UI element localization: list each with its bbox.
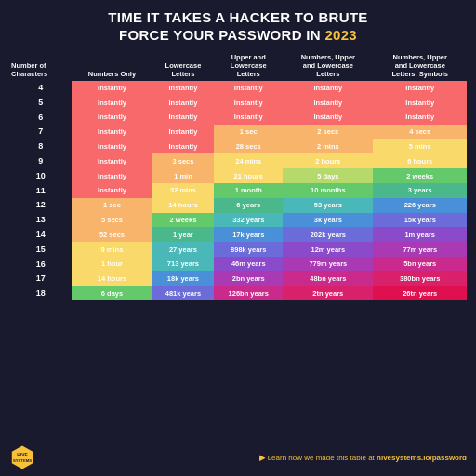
column-header-5: Numbers, Upperand LowercaseLetters, Symb… — [373, 50, 467, 81]
char-count-cell: 13 — [9, 213, 72, 228]
table-row: 11Instantly32 mins1 month10 months3 year… — [9, 183, 467, 198]
data-cell: 202k years — [283, 227, 373, 242]
data-cell: 5 days — [283, 168, 373, 183]
data-cell: 48bn years — [283, 271, 373, 286]
data-cell: 46m years — [214, 257, 283, 271]
data-cell: 898k years — [214, 242, 283, 257]
data-cell: 52 secs — [72, 227, 152, 242]
data-cell: 14 hours — [72, 271, 152, 286]
data-cell: Instantly — [214, 110, 283, 125]
footer-link: ▶ Learn how we made this table at hivesy… — [43, 454, 467, 462]
data-cell: Instantly — [152, 125, 215, 139]
data-cell: Instantly — [283, 81, 373, 96]
column-header-0: Number ofCharacters — [9, 50, 72, 81]
data-cell: Instantly — [152, 139, 215, 154]
data-cell: 2 weeks — [373, 168, 467, 183]
table-row: 186 days481k years126bn years2tn years26… — [9, 286, 467, 301]
data-cell: 14 hours — [152, 198, 215, 213]
footer: HIVE SYSTEMS ▶ Learn how we made this ta… — [9, 444, 467, 470]
data-cell: 2tn years — [283, 286, 373, 301]
svg-text:HIVE: HIVE — [17, 453, 28, 457]
data-cell: 5 secs — [72, 213, 152, 228]
char-count-cell: 15 — [9, 242, 72, 257]
data-cell: 1 sec — [72, 198, 152, 213]
data-cell: 3 secs — [152, 153, 215, 168]
data-cell: 2bn years — [214, 271, 283, 286]
data-cell: 3k years — [283, 213, 373, 228]
data-cell: 226 years — [373, 198, 467, 213]
data-cell: 1 sec — [214, 125, 283, 139]
data-cell: 4 secs — [373, 125, 467, 139]
data-cell: Instantly — [152, 95, 215, 110]
table-row: 10Instantly1 min21 hours5 days2 weeks — [9, 168, 467, 183]
data-cell: Instantly — [72, 95, 152, 110]
data-cell: 779m years — [283, 257, 373, 271]
char-count-cell: 16 — [9, 257, 72, 271]
data-cell: 1 min — [152, 168, 215, 183]
data-cell: 2 hours — [283, 153, 373, 168]
data-cell: Instantly — [72, 81, 152, 96]
data-cell: 21 hours — [214, 168, 283, 183]
data-cell: 5bn years — [373, 257, 467, 271]
hive-logo-icon: HIVE SYSTEMS — [9, 444, 35, 470]
data-cell: 77m years — [373, 242, 467, 257]
data-cell: Instantly — [214, 95, 283, 110]
data-cell: 5 mins — [373, 139, 467, 154]
data-cell: 27 years — [152, 242, 215, 257]
table-row: 4InstantlyInstantlyInstantlyInstantlyIns… — [9, 81, 467, 96]
data-cell: 24 mins — [214, 153, 283, 168]
char-count-cell: 12 — [9, 198, 72, 213]
data-cell: Instantly — [152, 81, 215, 96]
data-cell: 2 mins — [283, 139, 373, 154]
data-cell: 18k years — [152, 271, 215, 286]
data-cell: 28 secs — [214, 139, 283, 154]
data-cell: Instantly — [373, 110, 467, 125]
table-row: 1714 hours18k years2bn years48bn years38… — [9, 271, 467, 286]
column-header-3: Upper andLowercaseLetters — [214, 50, 283, 81]
logo: HIVE SYSTEMS — [9, 444, 35, 470]
data-cell: 2 weeks — [152, 213, 215, 228]
data-cell: 126bn years — [214, 286, 283, 301]
char-count-cell: 17 — [9, 271, 72, 286]
data-cell: 10 months — [283, 183, 373, 198]
column-header-4: Numbers, Upperand LowercaseLetters — [283, 50, 373, 81]
table-row: 121 sec14 hours6 years53 years226 years — [9, 198, 467, 213]
table-row: 9Instantly3 secs24 mins2 hours6 hours — [9, 153, 467, 168]
data-cell: 1 year — [152, 227, 215, 242]
data-cell: Instantly — [152, 110, 215, 125]
data-cell: Instantly — [72, 168, 152, 183]
data-cell: 1 month — [214, 183, 283, 198]
char-count-cell: 9 — [9, 153, 72, 168]
svg-marker-0 — [12, 445, 33, 469]
data-cell: 380bn years — [373, 271, 467, 286]
data-cell: 17k years — [214, 227, 283, 242]
data-cell: Instantly — [214, 81, 283, 96]
data-cell: 26tn years — [373, 286, 467, 301]
data-cell: Instantly — [72, 139, 152, 154]
data-cell: 6 years — [214, 198, 283, 213]
main-container: TIME IT TAKES A HACKER TO BRUTE FORCE YO… — [0, 0, 476, 476]
data-cell: Instantly — [72, 183, 152, 198]
data-cell: Instantly — [72, 153, 152, 168]
char-count-cell: 18 — [9, 286, 72, 301]
data-cell: 481k years — [152, 286, 215, 301]
data-cell: 3 years — [373, 183, 467, 198]
data-cell: 6 days — [72, 286, 152, 301]
char-count-cell: 6 — [9, 110, 72, 125]
table-row: 5InstantlyInstantlyInstantlyInstantlyIns… — [9, 95, 467, 110]
table-row: 159 mins27 years898k years12m years77m y… — [9, 242, 467, 257]
data-cell: Instantly — [373, 81, 467, 96]
password-table: Number ofCharactersNumbers OnlyLowercase… — [9, 50, 467, 301]
data-cell: Instantly — [283, 95, 373, 110]
data-cell: 713 years — [152, 257, 215, 271]
data-cell: 9 mins — [72, 242, 152, 257]
data-cell: 1 hour — [72, 257, 152, 271]
table-row: 7InstantlyInstantly1 sec2 secs4 secs — [9, 125, 467, 139]
page-title: TIME IT TAKES A HACKER TO BRUTE FORCE YO… — [9, 9, 467, 45]
data-cell: Instantly — [72, 110, 152, 125]
data-cell: 32 mins — [152, 183, 215, 198]
data-cell: 1m years — [373, 227, 467, 242]
data-cell: Instantly — [373, 95, 467, 110]
table-row: 8InstantlyInstantly28 secs2 mins5 mins — [9, 139, 467, 154]
data-cell: 332 years — [214, 213, 283, 228]
